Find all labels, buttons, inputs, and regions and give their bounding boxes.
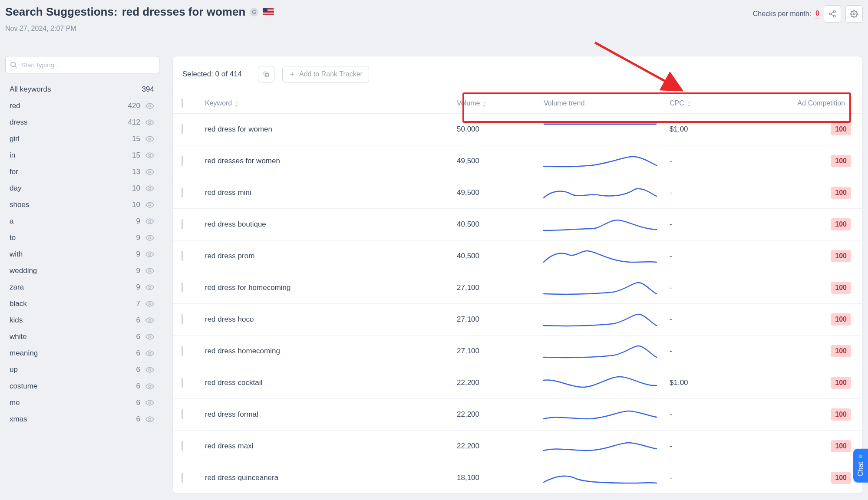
ad-competition-badge: 100 [831,345,851,357]
visibility-toggle[interactable] [145,316,154,325]
table-row: red dress cocktail 22,200 $1.00 100 [173,367,862,399]
row-checkbox[interactable] [182,409,183,419]
row-checkbox[interactable] [182,219,183,229]
row-checkbox[interactable] [182,346,183,356]
visibility-toggle[interactable] [145,382,154,391]
timestamp: Nov 27, 2024, 2:07 PM [5,25,274,33]
col-volume[interactable]: Volume [457,99,544,107]
chat-label: Chat [857,462,865,477]
filter-item[interactable]: to 9 [5,230,156,246]
cell-keyword[interactable]: red dress for women [205,125,457,134]
visibility-toggle[interactable] [145,184,154,193]
visibility-toggle[interactable] [145,102,154,110]
row-checkbox[interactable] [182,441,183,451]
col-ad-competition[interactable]: Ad Competition [756,99,856,107]
row-checkbox[interactable] [182,314,183,324]
col-keyword[interactable]: Keyword [205,99,457,107]
filter-item[interactable]: dress 412 [5,114,156,131]
cell-keyword[interactable]: red dresses for women [205,157,457,165]
cell-keyword[interactable]: red dress for homecoming [205,283,457,292]
cell-cpc: - [670,283,756,292]
filter-search-input[interactable] [5,56,159,73]
sparkline-icon [544,279,657,296]
row-checkbox[interactable] [182,283,183,293]
filter-item[interactable]: day 10 [5,180,156,197]
filter-list[interactable]: All keywords 394 red 420 dress 412 girl … [5,81,159,428]
row-checkbox[interactable] [182,378,183,388]
cell-keyword[interactable]: red dress maxi [205,442,457,451]
copy-icon [263,71,270,78]
visibility-toggle[interactable] [145,415,154,424]
visibility-toggle[interactable] [145,266,154,275]
visibility-toggle[interactable] [145,398,154,407]
filter-item[interactable]: shoes 10 [5,197,156,213]
filter-item[interactable]: up 6 [5,362,156,378]
table-body[interactable]: red dress for women 50,000 $1.00 100 red… [173,114,862,493]
sparkline-icon [544,469,657,487]
filter-sidebar: All keywords 394 red 420 dress 412 girl … [5,56,159,493]
filter-item[interactable]: zara 9 [5,279,156,296]
search-engine-badge: G [250,8,258,16]
visibility-toggle[interactable] [145,118,154,127]
settings-button[interactable] [845,5,863,23]
chat-tab[interactable]: Chat [853,449,868,483]
cell-volume: 22,200 [457,378,544,387]
eye-icon [145,316,154,325]
visibility-toggle[interactable] [145,217,154,226]
filter-item[interactable]: wedding 9 [5,263,156,279]
filter-label: black [10,299,27,308]
row-checkbox[interactable] [182,473,183,483]
filter-item[interactable]: in 15 [5,147,156,164]
filter-item[interactable]: me 6 [5,395,156,411]
filter-item[interactable]: for 13 [5,164,156,180]
col-cpc[interactable]: CPC [670,99,756,107]
cell-keyword[interactable]: red dress quinceanera [205,474,457,482]
filter-item[interactable]: black 7 [5,296,156,312]
eye-icon [145,234,154,242]
gear-icon [850,10,858,18]
row-checkbox[interactable] [182,124,183,134]
visibility-toggle[interactable] [145,283,154,292]
filter-item[interactable]: red 420 [5,98,156,114]
table-row: red dress maxi 22,200 - 100 [173,431,862,462]
filter-item[interactable]: a 9 [5,213,156,230]
row-checkbox[interactable] [182,188,183,197]
select-all-checkbox[interactable] [182,99,183,108]
cell-keyword[interactable]: red dress boutique [205,220,457,229]
cell-keyword[interactable]: red dress hoco [205,315,457,324]
visibility-toggle[interactable] [145,135,154,143]
cell-keyword[interactable]: red dress mini [205,188,457,197]
cell-keyword[interactable]: red dress cocktail [205,378,457,387]
filter-item[interactable]: kids 6 [5,312,156,329]
row-checkbox[interactable] [182,156,183,166]
cell-keyword[interactable]: red dress prom [205,252,457,260]
share-button[interactable] [824,5,841,23]
filter-label: xmas [10,415,27,424]
visibility-toggle[interactable] [145,151,154,160]
svg-point-22 [149,385,151,388]
cell-volume: 27,100 [457,315,544,324]
visibility-toggle[interactable] [145,234,154,242]
visibility-toggle[interactable] [145,332,154,341]
filter-item-all-keywords[interactable]: All keywords 394 [5,81,156,98]
filter-item[interactable]: girl 15 [5,131,156,147]
cell-volume: 49,500 [457,188,544,197]
cell-keyword[interactable]: red dress homecoming [205,347,457,355]
visibility-toggle[interactable] [145,299,154,308]
svg-point-0 [833,11,835,13]
copy-button[interactable] [258,66,274,82]
filter-item[interactable]: white 6 [5,329,156,345]
col-volume-trend[interactable]: Volume trend [544,99,670,107]
add-to-rank-tracker-button[interactable]: Add to Rank Tracker [282,66,369,82]
visibility-toggle[interactable] [145,250,154,259]
row-checkbox[interactable] [182,251,183,261]
visibility-toggle[interactable] [145,168,154,176]
visibility-toggle[interactable] [145,365,154,374]
cell-keyword[interactable]: red dress formal [205,410,457,419]
filter-item[interactable]: with 9 [5,246,156,263]
visibility-toggle[interactable] [145,201,154,209]
filter-item[interactable]: meaning 6 [5,345,156,362]
visibility-toggle[interactable] [145,349,154,358]
filter-item[interactable]: costume 6 [5,378,156,395]
filter-item[interactable]: xmas 6 [5,411,156,428]
